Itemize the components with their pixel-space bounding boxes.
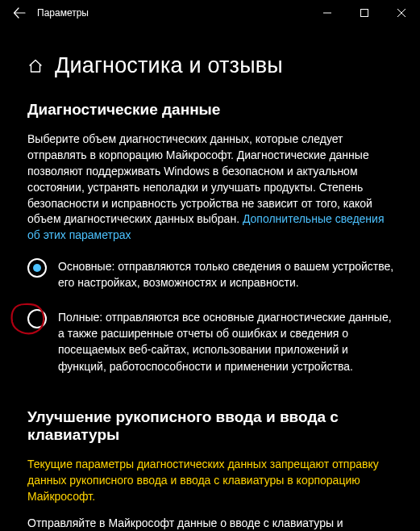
minimize-icon — [323, 9, 331, 17]
close-button[interactable] — [383, 0, 420, 26]
minimize-button[interactable] — [309, 0, 346, 26]
back-arrow-icon — [13, 6, 26, 19]
maximize-button[interactable] — [346, 0, 383, 26]
window-controls — [309, 0, 420, 26]
home-icon — [27, 58, 44, 74]
typing-improvement-heading: Улучшение рукописного ввода и ввода с кл… — [27, 408, 397, 444]
diagnostic-level-radio-group: Основные: отправляются только сведения о… — [27, 258, 397, 374]
radio-button-icon — [27, 258, 47, 278]
diagnostic-data-heading: Диагностические данные — [27, 101, 397, 119]
radio-full-label: Полные: отправляются все основные диагно… — [58, 309, 397, 374]
page-title: Диагностика и отзывы — [55, 53, 283, 78]
radio-full[interactable]: Полные: отправляются все основные диагно… — [27, 309, 397, 374]
settings-window: Параметры — [0, 0, 420, 531]
radio-button-icon — [27, 309, 47, 328]
radio-basic[interactable]: Основные: отправляются только сведения о… — [27, 258, 397, 291]
typing-warning-text: Текущие параметры диагностических данных… — [27, 457, 397, 505]
titlebar: Параметры — [0, 0, 420, 26]
maximize-icon — [360, 9, 368, 17]
window-title: Параметры — [37, 7, 89, 19]
content-area: Диагностика и отзывы Диагностические дан… — [0, 26, 420, 529]
page-header: Диагностика и отзывы — [27, 53, 397, 78]
close-icon — [397, 9, 405, 17]
svg-rect-1 — [361, 10, 368, 17]
radio-selected-dot-icon — [33, 264, 41, 272]
back-button[interactable] — [6, 0, 32, 26]
radio-basic-label: Основные: отправляются только сведения о… — [58, 258, 397, 291]
home-button[interactable] — [27, 58, 44, 74]
typing-description-cutoff: Отправляйте в Майкрософт данные о вводе … — [27, 516, 397, 529]
diagnostic-data-description: Выберите объем диагностических данных, к… — [27, 132, 397, 244]
